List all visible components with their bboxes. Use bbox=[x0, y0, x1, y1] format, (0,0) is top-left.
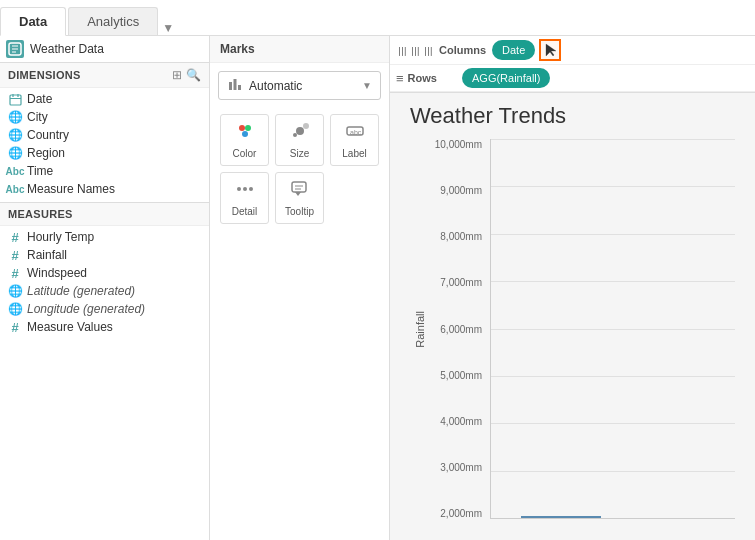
gridline-7 bbox=[491, 471, 735, 472]
svg-rect-10 bbox=[238, 85, 241, 90]
source-name: Weather Data bbox=[30, 42, 104, 56]
field-item-time[interactable]: Abc Time bbox=[0, 162, 209, 180]
svg-point-20 bbox=[237, 187, 241, 191]
field-label-latitude: Latitude (generated) bbox=[27, 284, 135, 298]
svg-text:abc: abc bbox=[350, 129, 362, 136]
svg-point-16 bbox=[303, 123, 309, 129]
field-label-longitude: Longitude (generated) bbox=[27, 302, 145, 316]
label-btn-label: Label bbox=[342, 148, 366, 159]
hash-icon-measure-values: # bbox=[8, 320, 22, 334]
hash-icon-windspeed: # bbox=[8, 266, 22, 280]
color-icon bbox=[235, 121, 255, 146]
cursor-box bbox=[539, 39, 561, 61]
svg-point-11 bbox=[239, 125, 245, 131]
chart-area: Weather Trends Rainfall 10,000mm 9,000mm… bbox=[390, 93, 755, 540]
field-item-country[interactable]: 🌐 Country bbox=[0, 126, 209, 144]
cursor-arrow-icon bbox=[544, 42, 556, 58]
marks-panel: Marks Automatic ▼ bbox=[210, 36, 390, 540]
mark-btn-tooltip[interactable]: Tooltip bbox=[275, 172, 324, 224]
rainfall-pill[interactable]: AGG(Rainfall) bbox=[462, 68, 550, 88]
marks-title: Marks bbox=[210, 36, 389, 63]
hash-icon-hourly-temp: # bbox=[8, 230, 22, 244]
dimensions-search-icon[interactable]: 🔍 bbox=[186, 68, 201, 82]
dimensions-icons: ⊞ 🔍 bbox=[172, 68, 201, 82]
tab-bar: Data Analytics ▼ bbox=[0, 0, 755, 36]
globe-icon-longitude: 🌐 bbox=[8, 302, 22, 316]
dimensions-grid-icon[interactable]: ⊞ bbox=[172, 68, 182, 82]
field-item-hourly-temp[interactable]: # Hourly Temp bbox=[0, 228, 209, 246]
field-item-measure-values[interactable]: # Measure Values bbox=[0, 318, 209, 336]
columns-pills: Date bbox=[492, 39, 561, 61]
field-item-latitude[interactable]: 🌐 Latitude (generated) bbox=[0, 282, 209, 300]
date-icon bbox=[8, 92, 22, 106]
measures-title: Measures bbox=[8, 208, 73, 220]
field-item-measure-names[interactable]: Abc Measure Names bbox=[0, 180, 209, 198]
app-container: Data Analytics ▼ Weather Data Dimensions… bbox=[0, 0, 755, 540]
columns-text: Columns bbox=[439, 44, 486, 56]
label-icon: abc bbox=[345, 121, 365, 146]
detail-icon bbox=[235, 179, 255, 204]
svg-rect-22 bbox=[292, 182, 306, 192]
svg-point-14 bbox=[293, 133, 297, 137]
y-tick-10000: 10,000mm bbox=[435, 139, 482, 150]
rows-text: Rows bbox=[408, 72, 437, 84]
gridline-5 bbox=[491, 376, 735, 377]
y-tick-7000: 7,000mm bbox=[440, 277, 482, 288]
chart-inner: 10,000mm 9,000mm 8,000mm 7,000mm 6,000mm… bbox=[430, 139, 735, 519]
date-pill-label: Date bbox=[502, 44, 525, 56]
field-item-windspeed[interactable]: # Windspeed bbox=[0, 264, 209, 282]
gridline-1 bbox=[491, 186, 735, 187]
right-panel: ⫼⫼⫼ Columns Date bbox=[390, 36, 755, 540]
tab-dropdown-icon[interactable]: ▼ bbox=[162, 21, 174, 35]
rows-icon: ≡ bbox=[396, 71, 404, 86]
measures-header: Measures bbox=[0, 203, 209, 226]
field-label-city: City bbox=[27, 110, 48, 124]
globe-icon-country: 🌐 bbox=[8, 128, 22, 142]
gridline-2 bbox=[491, 234, 735, 235]
field-item-date[interactable]: Date bbox=[0, 90, 209, 108]
marks-type-bar-icon bbox=[227, 76, 243, 95]
date-pill[interactable]: Date bbox=[492, 40, 535, 60]
marks-type-selector[interactable]: Automatic ▼ bbox=[218, 71, 381, 100]
gridline-3 bbox=[491, 281, 735, 282]
field-label-region: Region bbox=[27, 146, 65, 160]
rows-label: ≡ Rows bbox=[396, 71, 456, 86]
marks-type-dropdown-icon: ▼ bbox=[362, 80, 372, 91]
field-label-windspeed: Windspeed bbox=[27, 266, 87, 280]
field-label-measure-names: Measure Names bbox=[27, 182, 115, 196]
left-panel: Weather Data Dimensions ⊞ 🔍 Date bbox=[0, 36, 210, 540]
field-item-rainfall[interactable]: # Rainfall bbox=[0, 246, 209, 264]
abc-icon-measure-names: Abc bbox=[8, 182, 22, 196]
source-icon bbox=[6, 40, 24, 58]
data-source-header: Weather Data bbox=[0, 36, 209, 63]
main-area: Weather Data Dimensions ⊞ 🔍 Date bbox=[0, 36, 755, 540]
measures-list: # Hourly Temp # Rainfall # Windspeed 🌐 L… bbox=[0, 226, 209, 338]
rainfall-bar-container bbox=[521, 516, 601, 518]
field-label-time: Time bbox=[27, 164, 53, 178]
columns-label: ⫼⫼⫼ Columns bbox=[396, 43, 486, 58]
rainfall-pill-label: AGG(Rainfall) bbox=[472, 72, 540, 84]
svg-point-13 bbox=[242, 131, 248, 137]
size-icon bbox=[290, 121, 310, 146]
measures-section: Measures # Hourly Temp # Rainfall # Wind… bbox=[0, 202, 209, 338]
dimensions-list: Date 🌐 City 🌐 Country 🌐 Region bbox=[0, 88, 209, 200]
hash-icon-rainfall: # bbox=[8, 248, 22, 262]
mark-btn-color[interactable]: Color bbox=[220, 114, 269, 166]
globe-icon-latitude: 🌐 bbox=[8, 284, 22, 298]
dimensions-header: Dimensions ⊞ 🔍 bbox=[0, 63, 209, 88]
field-item-region[interactable]: 🌐 Region bbox=[0, 144, 209, 162]
chart-title: Weather Trends bbox=[410, 103, 735, 129]
field-label-hourly-temp: Hourly Temp bbox=[27, 230, 94, 244]
field-item-city[interactable]: 🌐 City bbox=[0, 108, 209, 126]
tab-data[interactable]: Data bbox=[0, 7, 66, 36]
mark-btn-label[interactable]: abc Label bbox=[330, 114, 379, 166]
tab-analytics[interactable]: Analytics bbox=[68, 7, 158, 35]
mark-btn-size[interactable]: Size bbox=[275, 114, 324, 166]
size-btn-label: Size bbox=[290, 148, 309, 159]
mark-btn-detail[interactable]: Detail bbox=[220, 172, 269, 224]
field-item-longitude[interactable]: 🌐 Longitude (generated) bbox=[0, 300, 209, 318]
y-axis-label-container: Rainfall bbox=[410, 139, 430, 519]
marks-type-label: Automatic bbox=[249, 79, 356, 93]
detail-btn-label: Detail bbox=[232, 206, 258, 217]
svg-point-12 bbox=[245, 125, 251, 131]
